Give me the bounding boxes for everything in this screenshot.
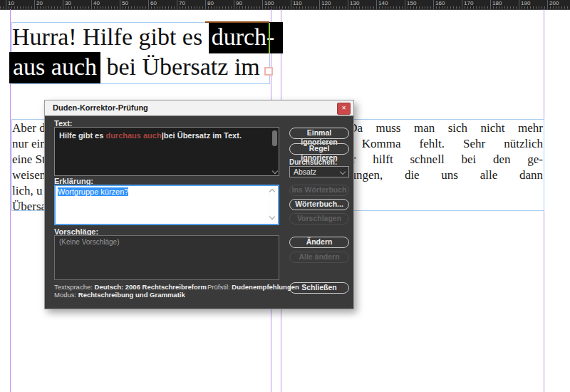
ruler-tick: 80 [205,0,206,9]
ruler-tick: 30 [63,0,63,9]
ruler-tick: 20 [34,0,35,9]
status-style: Prüfstil: Dudenempfehlungen [207,283,299,291]
headline-line2: aus auch bei Übersatz im [12,52,283,82]
checked-text-field[interactable]: Hilfe gibt es durchaus auch|bei Übersatz… [54,127,279,176]
dictionary-button[interactable]: Wörterbuch... [289,199,349,210]
change-button[interactable]: Ändern [289,237,349,248]
status-language: Textsprache: Deutsch: 2006 Rechtschreibr… [54,283,207,291]
ruler-tick: 120 [319,0,320,9]
scroll-up-icon[interactable] [269,189,275,195]
indesign-workspace: { "colors": { "guide": "#c490f0", "frame… [0,0,570,392]
frame-edge-orange [205,21,269,23]
scroll-down-icon[interactable] [269,214,275,220]
dialog-titlebar[interactable]: Duden-Korrektor-Prüfung ✕ [45,100,353,116]
scroll-down-icon[interactable] [272,168,278,174]
suggestions-list[interactable]: (Keine Vorschläge) [54,235,279,280]
horizontal-ruler[interactable]: 1020304050607080901001101201301401501601… [0,0,570,10]
ruler-tick: 90 [234,0,234,9]
selected-text: Wortgruppe kürzen? [58,187,128,196]
headline-text-frame[interactable]: Hurra! Hilfe gibt es durch- aus auch bei… [12,22,283,82]
ruler-tick: 70 [177,0,177,9]
ignore-rule-button[interactable]: Regel ignorieren [289,143,349,155]
ruler-tick: 50 [120,0,120,9]
ignore-once-button[interactable]: Einmal ignorieren [289,128,349,139]
close-icon[interactable]: ✕ [337,103,351,115]
ruler-tick: 40 [91,0,92,9]
explanation-field[interactable]: Wortgruppe kürzen? [54,185,279,225]
ruler-tick: 200 [547,0,548,9]
status-mode: Modus: Rechtschreibung und Grammatik [54,291,185,299]
chevron-down-icon [340,169,346,175]
ruler-tick: 140 [376,0,377,9]
ruler-tick: 150 [405,0,405,9]
suggest-button: Vorschlagen [289,213,349,225]
headline-line1: Hurra! Hilfe gibt es durch- [12,22,283,52]
scrollbar-thumb[interactable] [272,130,277,146]
duden-korrektor-dialog: Duden-Korrektor-Prüfung ✕ Text: Hilfe gi… [44,100,354,309]
explanation-scrollbar[interactable] [268,187,276,222]
ruler-tick: 10 [6,0,6,9]
overset-text-indicator[interactable] [264,67,273,76]
no-suggestions-text: (Keine Vorschläge) [59,238,120,246]
ruler-tick: 180 [490,0,491,9]
ruler-tick: 110 [291,0,291,9]
error-text: durchaus auch [105,131,161,140]
ruler-tick: 160 [433,0,434,9]
highlighted-text: durch- [209,22,284,53]
search-scope-select[interactable]: Absatz [289,166,349,177]
search-scope-label: Durchsuchen: [289,158,337,166]
ruler-tick: 130 [348,0,348,9]
ruler-tick: 190 [519,0,519,9]
frame-edge-green [269,23,270,53]
ruler-tick: 170 [462,0,462,9]
add-to-dictionary-button: Ins Wörterbuch [289,185,349,196]
highlighted-text: aus auch [9,52,100,83]
ruler-tick: 100 [262,0,263,9]
change-all-button: Alle ändern [289,252,349,263]
ruler-tick: 60 [148,0,149,9]
dialog-title: Duden-Korrektor-Prüfung [53,103,148,112]
